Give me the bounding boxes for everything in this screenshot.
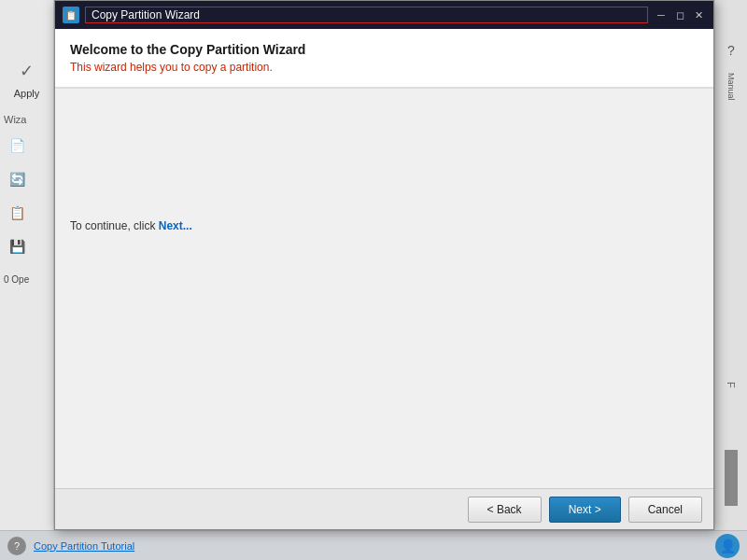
sidebar-item-1[interactable]: 📄 — [4, 129, 50, 162]
restore-button[interactable]: ◻ — [672, 7, 687, 22]
sidebar-item-3[interactable]: 📋 — [4, 196, 50, 230]
scroll-thumb[interactable] — [725, 450, 738, 506]
ops-label: 0 Ope — [0, 274, 29, 285]
sidebar-item-4[interactable]: 💾 — [4, 230, 50, 263]
dialog-container: 📋 Copy Partition Wizard ─ ◻ ✕ Welcome to… — [54, 0, 714, 530]
next-button[interactable]: Next > — [549, 497, 621, 523]
continue-next-link: Next... — [159, 219, 192, 232]
bottom-bar: ? Copy Partition Tutorial 👤 — [0, 530, 747, 560]
sidebar-item-2[interactable]: 🔄 — [4, 162, 50, 196]
user-icon[interactable]: 👤 — [715, 534, 740, 558]
help-icon[interactable]: ? — [718, 37, 744, 63]
copy-partition-dialog: 📋 Copy Partition Wizard ─ ◻ ✕ Welcome to… — [54, 0, 714, 530]
checkmark-icon: ✓ — [12, 56, 42, 86]
apply-button[interactable]: ✓ Apply — [12, 56, 42, 99]
dialog-icon: 📋 — [63, 7, 79, 23]
tutorial-link[interactable]: Copy Partition Tutorial — [34, 540, 134, 552]
dialog-content: Welcome to the Copy Partition Wizard Thi… — [55, 29, 713, 488]
welcome-title: Welcome to the Copy Partition Wizard — [70, 42, 698, 57]
continue-prefix: To continue, click — [70, 219, 159, 232]
cancel-button[interactable]: Cancel — [628, 497, 702, 523]
welcome-section: Welcome to the Copy Partition Wizard Thi… — [55, 29, 713, 88]
dialog-titlebar: 📋 Copy Partition Wizard ─ ◻ ✕ — [55, 1, 713, 29]
title-controls: ─ ◻ ✕ — [654, 7, 706, 22]
back-button[interactable]: < Back — [468, 497, 542, 523]
scroll-indicator: F — [726, 382, 737, 388]
left-sidebar: ✓ Apply Wiza 📄 🔄 📋 💾 0 Ope — [0, 0, 54, 560]
dialog-title: Copy Partition Wizard — [85, 7, 648, 23]
dialog-main-area: To continue, click Next... — [55, 89, 713, 488]
right-sidebar: ? Manual F ▼ — [714, 0, 747, 560]
help-bottom-icon[interactable]: ? — [7, 537, 26, 555]
dialog-footer: < Back Next > Cancel — [55, 488, 713, 529]
apply-label: Apply — [14, 88, 40, 99]
continue-text: To continue, click Next... — [70, 219, 698, 232]
minimize-button[interactable]: ─ — [654, 7, 669, 22]
welcome-subtitle: This wizard helps you to copy a partitio… — [70, 61, 698, 74]
close-button[interactable]: ✕ — [691, 7, 706, 22]
manual-label: Manual — [726, 73, 736, 101]
wizard-label: Wiza — [0, 114, 26, 125]
